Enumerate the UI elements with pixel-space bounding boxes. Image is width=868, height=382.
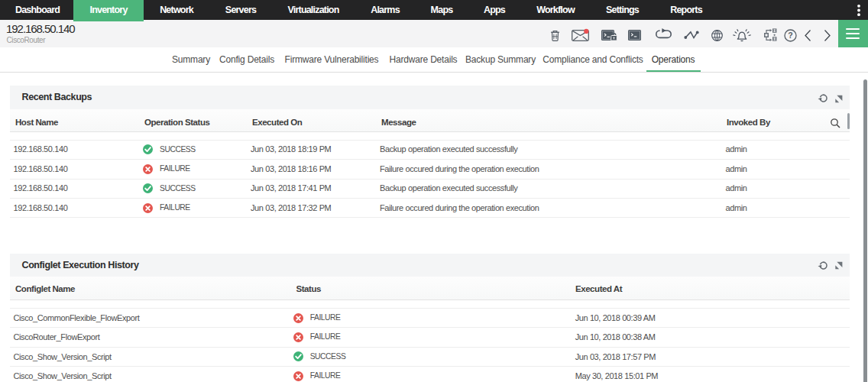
svg-text:?: ? [788,31,792,40]
